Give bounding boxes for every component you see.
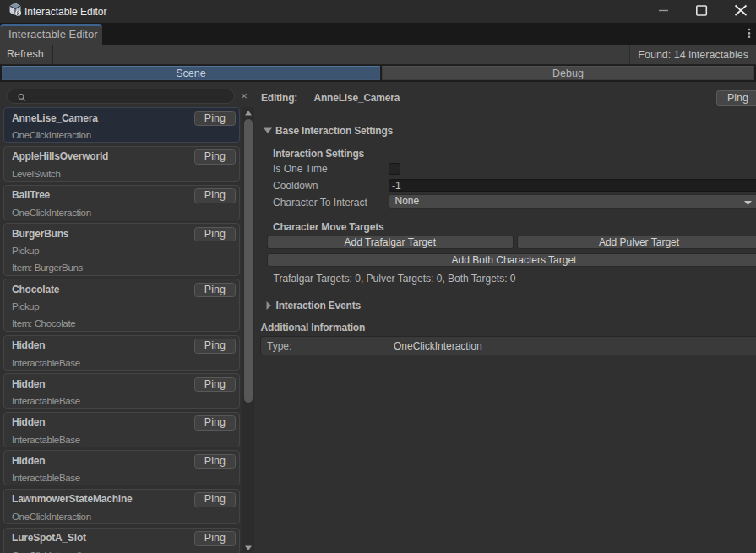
list-item-name: LureSpotA_Slot xyxy=(12,532,86,545)
targets-summary: Trafalgar Targets: 0, Pulver Targets: 0,… xyxy=(274,273,516,285)
editing-ping-button[interactable]: Ping xyxy=(716,90,756,106)
list-item[interactable]: LawnmowerStateMachinePingOneClickInterac… xyxy=(3,489,240,524)
list-item-subtitle: Pickup xyxy=(12,245,39,257)
list-item[interactable]: HiddenPingInteractableBase xyxy=(3,335,240,371)
minimize-icon xyxy=(657,0,671,23)
list-item-name: AppleHillsOverworld xyxy=(12,150,108,163)
list-item-name: BurgerBuns xyxy=(12,228,68,241)
list-item-subtitle: OneClickInteraction xyxy=(12,129,91,141)
list-item-name: Hidden xyxy=(12,455,45,468)
section-additional-information: Additional Information xyxy=(261,322,366,333)
is-one-time-label: Is One Time xyxy=(273,163,328,175)
cooldown-label: Cooldown xyxy=(273,180,318,192)
window-title: Interactable Editor xyxy=(24,0,106,23)
list-item-subtitle: Item: Chocolate xyxy=(12,317,75,329)
minimize-button[interactable] xyxy=(657,0,671,23)
list-item[interactable]: HiddenPingInteractableBase xyxy=(3,373,240,409)
close-button[interactable] xyxy=(733,0,748,23)
list-item-name: Chocolate xyxy=(12,284,59,296)
ping-button[interactable]: Ping xyxy=(194,111,236,127)
ping-button[interactable]: Ping xyxy=(194,149,236,165)
toolbar: Refresh Found: 14 interactables xyxy=(0,45,756,65)
list-item[interactable]: BurgerBunsPingPickupItem: BurgerBuns xyxy=(3,223,240,276)
ping-button[interactable]: Ping xyxy=(194,227,236,242)
list-item-subtitle: OneClickInteraction xyxy=(12,550,91,553)
ping-button[interactable]: Ping xyxy=(194,339,236,354)
character-to-interact-label: Character To Interact xyxy=(273,197,367,209)
list-item-subtitle: Pickup xyxy=(12,301,39,312)
interactables-list: AnneLise_CameraPingOneClickInteractionAp… xyxy=(3,107,240,553)
kebab-menu-icon[interactable] xyxy=(746,27,753,41)
section-interaction-settings: Interaction Settings xyxy=(273,148,364,160)
list-item[interactable]: AppleHillsOverworldPingLevelSwitch xyxy=(3,146,240,182)
add-both-characters-target-button[interactable]: Add Both Characters Target xyxy=(267,253,756,268)
ping-button[interactable]: Ping xyxy=(194,454,236,469)
list-item-name: LawnmowerStateMachine xyxy=(12,493,133,506)
ping-button[interactable]: Ping xyxy=(194,415,236,431)
close-icon xyxy=(733,0,748,23)
list-item[interactable]: HiddenPingInteractableBase xyxy=(3,412,240,447)
list-item-subtitle: OneClickInteraction xyxy=(12,207,91,219)
tab-debug[interactable]: Debug xyxy=(382,66,754,80)
list-item-subtitle: InteractableBase xyxy=(12,357,80,369)
ping-button[interactable]: Ping xyxy=(194,188,236,203)
list-item-subtitle: InteractableBase xyxy=(12,472,80,484)
add-trafalgar-target-button[interactable]: Add Trafalgar Target xyxy=(267,236,514,250)
list-item[interactable]: AnneLise_CameraPingOneClickInteraction xyxy=(3,107,240,143)
search-field[interactable] xyxy=(7,89,235,104)
titlebar: Interactable Editor xyxy=(0,0,756,23)
add-pulver-target-button[interactable]: Add Pulver Target xyxy=(517,236,756,250)
tab-interactable-editor[interactable]: Interactable Editor xyxy=(0,24,102,45)
character-dropdown[interactable]: None xyxy=(389,194,756,209)
search-clear-button[interactable]: × xyxy=(237,88,251,104)
editing-value: AnneLise_Camera xyxy=(314,92,400,104)
section-character-move-targets: Character Move Targets xyxy=(273,221,383,233)
list-item-name: AnneLise_Camera xyxy=(12,112,98,125)
refresh-button[interactable]: Refresh xyxy=(0,45,53,64)
list-item-subtitle: InteractableBase xyxy=(12,395,80,407)
list-item-subtitle: Item: BurgerBuns xyxy=(12,262,83,274)
list-item-subtitle: InteractableBase xyxy=(12,434,80,446)
mode-tab-row: Scene Debug xyxy=(0,65,756,82)
ping-button[interactable]: Ping xyxy=(194,283,236,298)
ping-button[interactable]: Ping xyxy=(194,531,236,546)
is-one-time-checkbox[interactable] xyxy=(389,163,400,175)
tab-scene[interactable]: Scene xyxy=(2,66,380,80)
search-input[interactable] xyxy=(26,90,229,102)
foldout-base-interaction-settings[interactable]: Base Interaction Settings xyxy=(275,125,393,137)
maximize-icon xyxy=(694,0,710,23)
kebab-dots-icon xyxy=(746,27,753,41)
list-item-name: BallTree xyxy=(12,189,50,202)
editing-label: Editing: xyxy=(261,92,297,104)
unity-cube-icon xyxy=(9,3,21,17)
list-item-name: Hidden xyxy=(12,378,45,391)
list-item[interactable]: LureSpotA_SlotPingOneClickInteraction xyxy=(3,528,240,553)
tabstrip: Interactable Editor xyxy=(0,23,756,45)
scrollbar-down-icon[interactable] xyxy=(245,545,252,550)
list-item-name: Hidden xyxy=(12,339,45,352)
found-count: Found: 14 interactables xyxy=(629,45,748,64)
type-info-box xyxy=(260,336,756,355)
type-label: Type: xyxy=(267,340,291,352)
maximize-button[interactable] xyxy=(694,0,710,23)
list-item-name: Hidden xyxy=(12,416,45,429)
type-value: OneClickInteraction xyxy=(394,340,482,352)
foldout-collapsed-icon[interactable] xyxy=(266,301,271,310)
up-arrow-icon xyxy=(245,111,252,116)
ping-button[interactable]: Ping xyxy=(194,377,236,393)
ping-button[interactable]: Ping xyxy=(194,492,236,507)
list-item[interactable]: HiddenPingInteractableBase xyxy=(3,450,240,485)
foldout-expanded-icon[interactable] xyxy=(264,127,272,133)
list-item-subtitle: OneClickInteraction xyxy=(12,511,91,523)
scrollbar-up-icon[interactable] xyxy=(245,111,252,116)
dropdown-caret-icon xyxy=(744,201,752,205)
down-arrow-icon xyxy=(245,545,252,550)
cooldown-field[interactable]: -1 xyxy=(389,179,756,192)
list-item[interactable]: BallTreePingOneClickInteraction xyxy=(3,185,240,220)
scrollbar-thumb[interactable] xyxy=(244,119,253,403)
tab-label: Interactable Editor xyxy=(8,28,98,41)
foldout-interaction-events[interactable]: Interaction Events xyxy=(276,300,361,312)
interactable-editor-window: Interactable Editor Interactable Editor … xyxy=(0,0,756,553)
list-item-subtitle: LevelSwitch xyxy=(12,168,61,180)
list-item[interactable]: ChocolatePingPickupItem: Chocolate xyxy=(3,279,240,332)
